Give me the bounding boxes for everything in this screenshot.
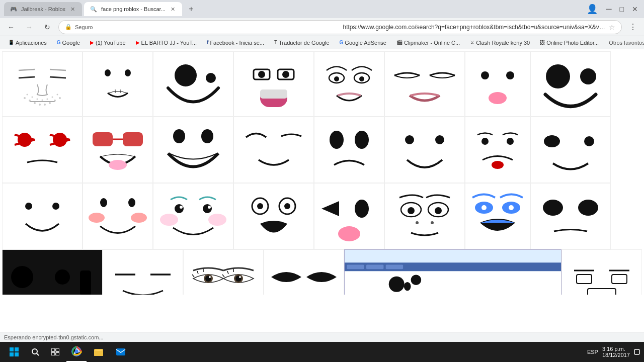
face-cell-12[interactable] (233, 117, 314, 183)
bookmark-facebook[interactable]: f Facebook - Inicia se... (203, 39, 268, 47)
taskbar-explorer-app[interactable] (89, 342, 109, 362)
svg-point-25 (206, 73, 216, 83)
maximize-button[interactable]: □ (618, 5, 626, 13)
face-cell-22[interactable] (384, 183, 465, 249)
svg-point-51 (405, 135, 414, 144)
tab2-close[interactable]: ✕ (170, 5, 176, 14)
new-tab-button[interactable]: + (184, 2, 198, 16)
bookmark-traductor[interactable]: T Traductor de Google (270, 39, 334, 47)
face-cell-27[interactable] (183, 249, 264, 295)
svg-point-20 (105, 69, 111, 76)
face-cell-25[interactable] (2, 249, 103, 295)
face-cell-20[interactable] (233, 183, 314, 249)
bookmark-clipmaker[interactable]: 🎬 Clipmaker - Online C... (392, 39, 464, 47)
svg-point-79 (435, 207, 442, 214)
face-26-svg (108, 259, 178, 295)
face-cell-8[interactable] (530, 51, 611, 117)
face-cell-23[interactable] (465, 183, 530, 249)
bookmark-star[interactable]: ☆ (609, 23, 615, 31)
start-button[interactable] (4, 342, 24, 362)
svg-point-64 (175, 204, 184, 213)
face-cell-5[interactable] (314, 51, 384, 117)
face-cell-18[interactable] (83, 183, 153, 249)
svg-rect-44 (123, 132, 143, 146)
face-cell-14[interactable] (384, 117, 465, 183)
bookmark-elbarto[interactable]: ▶ EL BARTO JJ - YouT... (132, 39, 201, 47)
bookmark-google[interactable]: G Google (53, 39, 84, 47)
svg-point-53 (481, 138, 489, 145)
svg-point-16 (42, 99, 43, 101)
face-20-svg (241, 184, 306, 249)
face-cell-13[interactable] (314, 117, 384, 183)
user-icon[interactable]: 👤 (585, 4, 600, 15)
minimize-button[interactable]: ─ (604, 5, 613, 14)
tab-1[interactable]: 🎮 Jailbreak - Roblox ✕ (4, 2, 82, 16)
extensions-button[interactable]: ⋮ (626, 20, 640, 34)
face-cell-6[interactable] (384, 51, 465, 117)
svg-point-85 (509, 205, 514, 210)
face-cell-29[interactable] (344, 249, 561, 295)
face-cell-9[interactable] (2, 117, 83, 183)
bookmark-aplicaciones-label: Aplicaciones (16, 40, 47, 46)
address-bar[interactable]: 🔒 Seguro https://www.google.com.co/searc… (58, 20, 622, 34)
bookmark-clipmaker-label: Clipmaker - Online C... (404, 40, 460, 46)
preview-svg (345, 259, 561, 295)
face-cell-2[interactable] (83, 51, 153, 117)
face-cell-30[interactable] (561, 249, 642, 295)
bookmark-aplicaciones[interactable]: 📱 Aplicaciones (4, 39, 51, 47)
bookmark-otros[interactable]: Otros favoritos (605, 39, 644, 47)
face-cell-19[interactable] (153, 183, 233, 249)
taskbar-mail-app[interactable] (111, 342, 131, 362)
bookmark-youtube[interactable]: ▶ (1) YouTube (86, 39, 130, 47)
bookmark-adsense[interactable]: G Google AdSense (336, 39, 390, 47)
face-cell-15[interactable] (465, 117, 530, 183)
task-view-button[interactable] (46, 343, 64, 361)
search-icon (31, 348, 39, 356)
svg-line-2 (19, 77, 35, 78)
search-taskbar-button[interactable] (26, 343, 44, 361)
svg-point-74 (355, 200, 369, 218)
svg-point-13 (27, 94, 28, 95)
svg-rect-130 (56, 352, 59, 355)
face-cell-7[interactable] (465, 51, 530, 117)
bookmark-aplicaciones-icon: 📱 (8, 40, 14, 45)
face-cell-1[interactable] (2, 51, 83, 117)
face-cell-21[interactable] (314, 183, 384, 249)
bookmark-facebook-label: Facebook - Inicia se... (210, 40, 264, 46)
face-cell-26[interactable] (103, 249, 183, 295)
face-cell-17[interactable] (2, 183, 83, 249)
reload-button[interactable]: ↻ (40, 20, 54, 34)
svg-point-81 (431, 221, 434, 224)
svg-point-34 (334, 76, 339, 81)
face-cell-24[interactable] (530, 183, 611, 249)
svg-point-55 (492, 161, 504, 169)
notification-icon[interactable] (634, 349, 640, 355)
bookmark-otros-label: Otros favoritos (609, 40, 644, 46)
face-2-svg (93, 55, 143, 113)
bookmark-clash[interactable]: ⚔ Clash Royale keny 30 (466, 39, 534, 47)
close-button[interactable]: ✕ (630, 5, 640, 13)
svg-rect-31 (260, 89, 287, 99)
face-cell-16[interactable] (530, 117, 611, 183)
svg-point-63 (131, 213, 147, 223)
tray-time: 3:16 p.m. 18/12/2017 (602, 346, 630, 358)
svg-line-3 (50, 77, 66, 78)
svg-point-46 (109, 160, 127, 170)
bookmark-facebook-icon: f (207, 40, 208, 45)
forward-button[interactable]: → (22, 20, 36, 34)
face-cell-11[interactable] (153, 117, 233, 183)
svg-line-106 (227, 271, 228, 274)
face-16-svg (533, 117, 608, 183)
svg-rect-121 (10, 347, 14, 351)
tab-2[interactable]: 🔍 face png roblox - Buscar... ✕ (84, 2, 182, 16)
tab1-close[interactable]: ✕ (69, 5, 76, 14)
face-cell-10[interactable] (83, 117, 153, 183)
bookmark-photo-editor[interactable]: 🖼 Online Photo Editor... (536, 39, 603, 47)
svg-line-0 (19, 69, 35, 70)
face-cell-4[interactable] (233, 51, 314, 117)
svg-point-68 (160, 214, 178, 226)
face-cell-28[interactable] (264, 249, 344, 295)
back-button[interactable]: ← (4, 20, 18, 34)
taskbar-chrome-app[interactable] (66, 342, 87, 362)
face-cell-3[interactable] (153, 51, 233, 117)
